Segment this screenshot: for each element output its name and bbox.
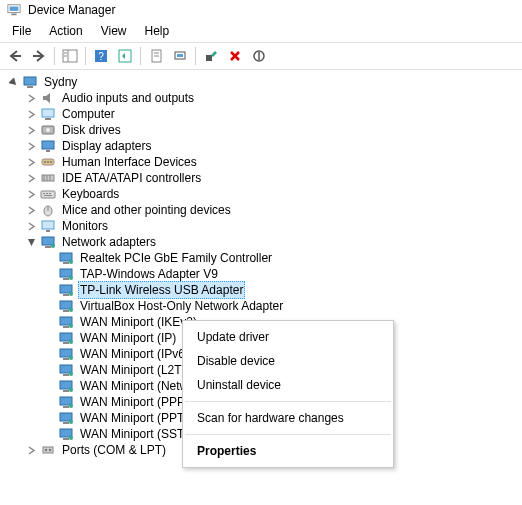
expander-icon[interactable] <box>24 203 38 217</box>
svg-rect-80 <box>60 429 72 437</box>
disable-button[interactable] <box>248 45 270 67</box>
toolbar-divider <box>54 47 55 65</box>
expander-icon[interactable] <box>42 379 56 393</box>
menu-update-driver[interactable]: Update driver <box>183 325 393 349</box>
context-menu: Update driver Disable device Uninstall d… <box>182 320 394 468</box>
expander-icon[interactable] <box>42 251 56 265</box>
expander-icon[interactable] <box>24 139 38 153</box>
show-hide-tree-button[interactable] <box>59 45 81 67</box>
node-label: Ports (COM & LPT) <box>60 442 168 458</box>
network-icon <box>58 314 74 330</box>
menu-file[interactable]: File <box>4 22 39 40</box>
svg-rect-78 <box>63 422 69 424</box>
toolbar-divider <box>85 47 86 65</box>
svg-rect-37 <box>46 193 48 194</box>
svg-point-55 <box>69 292 73 296</box>
menu-uninstall-device[interactable]: Uninstall device <box>183 373 393 397</box>
menu-view[interactable]: View <box>93 22 135 40</box>
expander-icon[interactable] <box>24 219 38 233</box>
svg-rect-39 <box>44 195 52 196</box>
menu-help[interactable]: Help <box>137 22 178 40</box>
svg-rect-35 <box>41 191 55 198</box>
menu-disable-device[interactable]: Disable device <box>183 349 393 373</box>
category-disk[interactable]: Disk drives <box>6 122 522 138</box>
expander-icon[interactable] <box>42 395 56 409</box>
category-computer[interactable]: Computer <box>6 106 522 122</box>
toolbar-divider <box>195 47 196 65</box>
help-button[interactable]: ? <box>90 45 112 67</box>
node-label: WAN Miniport (IKEv2) <box>78 314 199 330</box>
back-button[interactable] <box>4 45 26 67</box>
node-label: WAN Miniport (IPv6) <box>78 346 191 362</box>
expander-icon[interactable] <box>24 91 38 105</box>
forward-button[interactable] <box>28 45 50 67</box>
computer-root-icon <box>22 74 38 90</box>
expander-icon[interactable] <box>42 299 56 313</box>
svg-rect-75 <box>63 406 69 408</box>
menu-properties[interactable]: Properties <box>183 439 393 463</box>
svg-rect-74 <box>60 397 72 405</box>
svg-rect-66 <box>63 358 69 360</box>
speaker-icon <box>40 90 56 106</box>
svg-rect-50 <box>60 269 72 277</box>
update-driver-button[interactable] <box>200 45 222 67</box>
expander-icon[interactable] <box>24 187 38 201</box>
expander-icon[interactable] <box>24 171 38 185</box>
uninstall-button[interactable] <box>224 45 246 67</box>
svg-point-79 <box>69 420 73 424</box>
category-keyboard[interactable]: Keyboards <box>6 186 522 202</box>
expander-icon[interactable] <box>42 283 56 297</box>
node-label: Audio inputs and outputs <box>60 90 196 106</box>
svg-point-64 <box>69 340 73 344</box>
node-label: Computer <box>60 106 117 122</box>
svg-rect-26 <box>46 150 50 152</box>
scan-button[interactable] <box>169 45 191 67</box>
node-label: WAN Miniport (L2TP) <box>78 362 196 378</box>
expander-icon[interactable] <box>42 315 56 329</box>
expander-icon[interactable] <box>24 155 38 169</box>
expander-icon[interactable] <box>42 411 56 425</box>
toolbar-divider <box>140 47 141 65</box>
svg-rect-72 <box>63 390 69 392</box>
device-item[interactable]: VirtualBox Host-Only Network Adapter <box>6 298 522 314</box>
node-label: Realtek PCIe GbE Family Controller <box>78 250 274 266</box>
expander-icon[interactable] <box>42 363 56 377</box>
network-icon <box>58 378 74 394</box>
category-mouse[interactable]: Mice and other pointing devices <box>6 202 522 218</box>
expander-icon[interactable] <box>24 443 38 457</box>
expander-icon[interactable] <box>6 75 20 89</box>
expander-icon[interactable] <box>42 427 56 441</box>
action-button[interactable] <box>114 45 136 67</box>
expander-icon[interactable] <box>24 107 38 121</box>
monitor-icon <box>40 218 56 234</box>
device-item[interactable]: TP-Link Wireless USB Adapter <box>6 282 522 298</box>
expander-icon[interactable] <box>24 235 38 249</box>
node-label: Keyboards <box>60 186 121 202</box>
svg-point-58 <box>69 308 73 312</box>
tree-root[interactable]: Sydny <box>6 74 522 90</box>
svg-rect-16 <box>177 54 183 57</box>
menu-scan-hardware[interactable]: Scan for hardware changes <box>183 406 393 430</box>
category-speaker[interactable]: Audio inputs and outputs <box>6 90 522 106</box>
svg-rect-25 <box>42 141 54 149</box>
device-item[interactable]: TAP-Windows Adapter V9 <box>6 266 522 282</box>
category-monitor[interactable]: Monitors <box>6 218 522 234</box>
menu-action[interactable]: Action <box>41 22 90 40</box>
node-label: Disk drives <box>60 122 123 138</box>
node-label: VirtualBox Host-Only Network Adapter <box>78 298 285 314</box>
network-icon <box>58 282 74 298</box>
network-icon <box>58 346 74 362</box>
device-item[interactable]: Realtek PCIe GbE Family Controller <box>6 250 522 266</box>
expander-icon[interactable] <box>24 123 38 137</box>
category-display[interactable]: Display adapters <box>6 138 522 154</box>
properties-icon-button[interactable] <box>145 45 167 67</box>
svg-point-73 <box>69 388 73 392</box>
expander-icon[interactable] <box>42 347 56 361</box>
category-hid[interactable]: Human Interface Devices <box>6 154 522 170</box>
svg-point-85 <box>49 449 51 451</box>
expander-icon[interactable] <box>42 331 56 345</box>
svg-point-28 <box>44 161 46 163</box>
category-network[interactable]: Network adapters <box>6 234 522 250</box>
expander-icon[interactable] <box>42 267 56 281</box>
category-ide[interactable]: IDE ATA/ATAPI controllers <box>6 170 522 186</box>
